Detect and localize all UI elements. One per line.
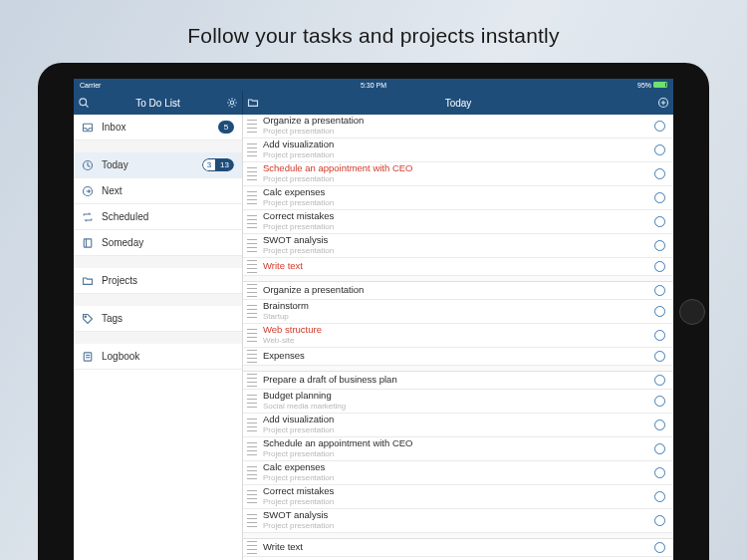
task-title: Organize a presentation — [263, 285, 654, 296]
complete-toggle[interactable] — [654, 375, 665, 386]
drag-handle-icon[interactable] — [247, 239, 257, 253]
drag-handle-icon[interactable] — [247, 143, 257, 157]
sidebar-item-label: Scheduled — [102, 211, 234, 222]
task-row[interactable]: Schedule an appointment with CEOProject … — [243, 162, 673, 186]
status-bar: Carrier 5:30 PM 95% — [74, 79, 673, 91]
task-row[interactable]: Organize a presentation — [243, 282, 673, 300]
task-row[interactable]: Schedule an appointment with CEOProject … — [243, 437, 673, 461]
gear-icon[interactable] — [222, 93, 242, 113]
task-row[interactable]: Correct mistakesProject presentation — [243, 210, 673, 234]
sidebar-item-today[interactable]: Today313 — [74, 152, 242, 178]
task-row[interactable]: Add visualizationProject presentation — [243, 414, 673, 437]
task-subtitle: Project presentation — [263, 473, 654, 482]
complete-toggle[interactable] — [654, 443, 665, 454]
task-text: Budget planningSocial media marketing — [263, 391, 654, 411]
complete-toggle[interactable] — [654, 261, 665, 272]
drag-handle-icon[interactable] — [247, 284, 257, 298]
task-row[interactable]: SWOT analysisProject presentation — [243, 509, 673, 533]
task-row[interactable]: Calc expensesProject presentation — [243, 461, 673, 485]
sidebar-item-inbox[interactable]: Inbox5 — [74, 115, 242, 140]
drag-handle-icon[interactable] — [247, 490, 257, 504]
sidebar-item-label: Projects — [102, 275, 234, 286]
drag-handle-icon[interactable] — [247, 374, 257, 388]
sidebar-item-label: Someday — [102, 237, 234, 248]
task-row[interactable]: Expenses — [243, 348, 673, 366]
drag-handle-icon[interactable] — [247, 466, 257, 480]
task-row[interactable]: Organize a presentationProject presentat… — [243, 115, 673, 139]
drag-handle-icon[interactable] — [247, 215, 257, 229]
task-row[interactable]: BrainstormStartup — [243, 300, 673, 324]
svg-line-1 — [86, 105, 89, 108]
drag-handle-icon[interactable] — [247, 350, 257, 364]
complete-toggle[interactable] — [654, 396, 665, 407]
drag-handle-icon[interactable] — [247, 191, 257, 205]
drag-handle-icon[interactable] — [247, 442, 257, 456]
task-text: Add visualizationProject presentation — [263, 140, 654, 159]
task-row[interactable]: Write text — [243, 258, 673, 276]
task-text: Organize a presentation — [263, 285, 654, 296]
sidebar-item-next[interactable]: Next — [74, 178, 242, 204]
sidebar: Inbox5Today313NextScheduledSomedayProjec… — [74, 115, 243, 560]
task-row[interactable]: Write text — [243, 539, 673, 557]
drag-handle-icon[interactable] — [247, 541, 257, 555]
task-subtitle: Project presentation — [263, 449, 654, 458]
status-carrier: Carrier — [80, 82, 101, 89]
task-subtitle: Project presentation — [263, 150, 654, 159]
home-button[interactable] — [679, 299, 705, 325]
drag-handle-icon[interactable] — [247, 260, 257, 274]
task-row[interactable]: Calc expensesProject presentation — [243, 186, 673, 210]
task-row[interactable]: Web structureWeb-site — [243, 324, 673, 348]
task-list[interactable]: Organize a presentationProject presentat… — [243, 115, 673, 560]
task-text: Calc expensesProject presentation — [263, 462, 654, 482]
complete-toggle[interactable] — [654, 330, 665, 341]
drag-handle-icon[interactable] — [247, 167, 257, 181]
complete-toggle[interactable] — [654, 306, 665, 317]
task-title: Schedule an appointment with CEO — [263, 163, 654, 174]
complete-toggle[interactable] — [654, 420, 665, 430]
task-text: Correct mistakesProject presentation — [263, 486, 654, 506]
complete-toggle[interactable] — [654, 491, 665, 502]
task-title: Add visualization — [263, 415, 654, 425]
sidebar-item-tags[interactable]: Tags — [74, 306, 242, 332]
app-screen: Carrier 5:30 PM 95% To Do List — [74, 79, 673, 560]
complete-toggle[interactable] — [654, 285, 665, 296]
complete-toggle[interactable] — [654, 467, 665, 478]
drag-handle-icon[interactable] — [247, 329, 257, 343]
promo-title: Follow your tasks and projects instantly — [0, 0, 747, 48]
clock-icon — [82, 159, 94, 171]
drag-handle-icon[interactable] — [247, 395, 257, 409]
sidebar-item-logbook[interactable]: Logbook — [74, 344, 242, 370]
complete-toggle[interactable] — [654, 351, 665, 362]
complete-toggle[interactable] — [654, 121, 665, 132]
add-icon[interactable] — [653, 93, 673, 113]
content-split: Inbox5Today313NextScheduledSomedayProjec… — [74, 115, 673, 560]
drag-handle-icon[interactable] — [247, 514, 257, 528]
complete-toggle[interactable] — [654, 216, 665, 227]
complete-toggle[interactable] — [654, 168, 665, 179]
sidebar-item-projects[interactable]: Projects — [74, 268, 242, 294]
task-row[interactable]: Add visualizationProject presentation — [243, 139, 673, 162]
task-row[interactable]: SWOT analysisProject presentation — [243, 234, 673, 258]
sidebar-item-scheduled[interactable]: Scheduled — [74, 204, 242, 230]
drag-handle-icon[interactable] — [247, 120, 257, 134]
task-row[interactable]: Correct mistakesProject presentation — [243, 485, 673, 509]
sidebar-item-label: Tags — [102, 313, 234, 324]
complete-toggle[interactable] — [654, 192, 665, 203]
task-row[interactable]: Prepare a draft of business plan — [243, 372, 673, 390]
complete-toggle[interactable] — [654, 144, 665, 155]
task-subtitle: Project presentation — [263, 174, 654, 183]
complete-toggle[interactable] — [654, 240, 665, 251]
folder-icon[interactable] — [243, 93, 263, 113]
folder-icon — [82, 275, 94, 287]
task-text: Schedule an appointment with CEOProject … — [263, 163, 654, 183]
complete-toggle[interactable] — [654, 542, 665, 553]
task-row[interactable]: Budget planningSocial media marketing — [243, 390, 673, 414]
task-text: Prepare a draft of business plan — [263, 375, 654, 386]
complete-toggle[interactable] — [654, 515, 665, 526]
sidebar-item-someday[interactable]: Someday — [74, 230, 242, 256]
log-icon — [82, 351, 94, 363]
status-time: 5:30 PM — [361, 82, 386, 89]
search-icon[interactable] — [74, 93, 94, 113]
drag-handle-icon[interactable] — [247, 305, 257, 319]
drag-handle-icon[interactable] — [247, 419, 257, 432]
